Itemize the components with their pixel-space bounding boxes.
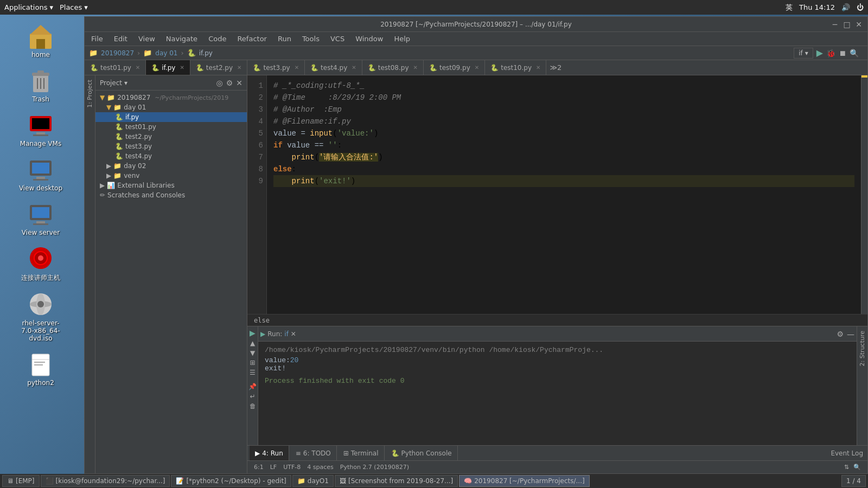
- close-tab-test2[interactable]: ✕: [237, 65, 241, 70]
- structure-sidebar[interactable]: 2: Structure: [857, 326, 867, 445]
- search-button[interactable]: 🔍: [850, 49, 859, 57]
- minimize-button[interactable]: ─: [831, 20, 839, 29]
- run-settings-icon[interactable]: ⚙: [837, 330, 844, 338]
- maximize-button[interactable]: □: [843, 20, 851, 29]
- menu-refactor[interactable]: Refactor: [235, 34, 269, 44]
- settings-icon[interactable]: ⚙: [226, 79, 233, 87]
- stop-button[interactable]: ⏹: [839, 49, 846, 57]
- tab-test01[interactable]: 🐍 test01.py ✕: [85, 60, 146, 75]
- breadcrumb-day01[interactable]: day 01: [155, 49, 177, 57]
- tree-test3[interactable]: 🐍 test3.py: [95, 142, 247, 151]
- close-panel-icon[interactable]: ✕: [236, 79, 242, 87]
- language-indicator[interactable]: 英: [786, 3, 793, 12]
- tab-test08[interactable]: 🐍 test08.py ✕: [362, 60, 424, 75]
- desktop-icon-view-desktop[interactable]: View desktop: [14, 154, 68, 194]
- tree-test4[interactable]: 🐍 test4.py: [95, 151, 247, 161]
- code-editor[interactable]: 12345 6789 # _*_coding:utf-8_*_ # @Time …: [247, 75, 867, 326]
- tree-test2[interactable]: 🐍 test2.py: [95, 132, 247, 142]
- run-list-button[interactable]: ☰: [250, 369, 256, 376]
- project-dropdown-arrow[interactable]: ▾: [124, 79, 127, 87]
- desktop-icon-trash[interactable]: Trash: [14, 65, 68, 105]
- tree-day02[interactable]: ▶ 📁 day 02: [95, 161, 247, 171]
- desktop-icon-connect-teacher[interactable]: 连接讲师主机: [14, 243, 68, 285]
- run-wrap-button[interactable]: ↵: [250, 393, 255, 400]
- tab-run[interactable]: ▶ 4: Run: [250, 446, 289, 461]
- run-config-label[interactable]: if: [284, 330, 289, 338]
- desktop-icon-manage-vms[interactable]: Manage VMs: [14, 110, 68, 150]
- run-pin-button[interactable]: 📌: [248, 383, 257, 390]
- tree-if-py[interactable]: 🐍 if.py: [95, 112, 247, 122]
- debug-button[interactable]: 🐞: [826, 49, 835, 57]
- status-git-icon[interactable]: ⇅: [844, 464, 849, 471]
- code-content[interactable]: # _*_coding:utf-8_*_ # @Time :8/29/19 2:…: [267, 75, 861, 314]
- menu-window[interactable]: Window: [353, 34, 385, 44]
- run-minimize-icon[interactable]: —: [847, 330, 854, 338]
- close-tab-test10[interactable]: ✕: [536, 65, 540, 70]
- tab-test4[interactable]: 🐍 test4.py ✕: [305, 60, 362, 75]
- status-inspect-icon[interactable]: 🔍: [853, 464, 861, 471]
- taskbar-screenshot[interactable]: 🖼 [Screenshot from 2019-08-27...]: [335, 475, 458, 487]
- tree-venv[interactable]: ▶ 📁 venv: [95, 171, 247, 181]
- tab-test09[interactable]: 🐍 test09.py ✕: [424, 60, 485, 75]
- menu-code[interactable]: Code: [206, 34, 228, 44]
- tree-scratches[interactable]: ✏ Scratches and Consoles: [95, 190, 247, 200]
- close-tab-test3[interactable]: ✕: [295, 65, 299, 70]
- close-run-tab[interactable]: ✕: [291, 330, 296, 338]
- tab-if-py[interactable]: 🐍 if.py ✕: [146, 60, 190, 75]
- breadcrumb-file[interactable]: if.py: [199, 49, 213, 57]
- event-log-link[interactable]: Event Log: [831, 450, 863, 457]
- tree-ext-libs[interactable]: ▶ 📊 External Libraries: [95, 181, 247, 190]
- editor-content[interactable]: 12345 6789 # _*_coding:utf-8_*_ # @Time …: [247, 75, 867, 314]
- menu-help[interactable]: Help: [392, 34, 412, 44]
- more-tabs[interactable]: ≫2: [546, 63, 565, 72]
- project-sidebar-tab[interactable]: 1: Project: [85, 75, 95, 473]
- taskbar-day01[interactable]: 📁 dayO1: [292, 475, 334, 487]
- run-button[interactable]: ▶: [816, 48, 823, 58]
- close-button[interactable]: ✕: [854, 20, 863, 29]
- menu-edit[interactable]: Edit: [112, 34, 130, 44]
- applications-menu[interactable]: Applications ▾: [4, 3, 53, 11]
- menu-tools[interactable]: Tools: [300, 34, 322, 44]
- close-tab-test09[interactable]: ✕: [475, 65, 479, 70]
- taskbar-python2-gedit[interactable]: 📝 [*python2 (~/Desktop) - gedit]: [171, 475, 291, 487]
- run-config-selector[interactable]: if ▾: [794, 48, 813, 59]
- taskbar-page-indicator[interactable]: 1 / 4: [841, 475, 866, 487]
- if-py-label: if.py: [125, 113, 139, 121]
- volume-icon[interactable]: 🔊: [841, 3, 850, 11]
- tab-terminal[interactable]: ⊞ Terminal: [338, 446, 385, 461]
- run-grid-button[interactable]: ⊞: [250, 359, 255, 367]
- run-play-button[interactable]: ▶: [250, 329, 256, 337]
- tab-test3[interactable]: 🐍 test3.py ✕: [247, 60, 305, 75]
- menu-file[interactable]: File: [89, 34, 105, 44]
- desktop-icon-rhel[interactable]: rhel-server-7.0-x86_64-dvd.iso: [14, 289, 68, 344]
- run-down-button[interactable]: ▼: [250, 349, 255, 357]
- venv-folder-icon: 📁: [113, 172, 122, 179]
- taskbar-kiosk-pycharm[interactable]: ⬛ [kiosk@foundation29:~/pychar...]: [41, 475, 170, 487]
- locate-icon[interactable]: ◎: [216, 79, 222, 87]
- places-menu[interactable]: Places ▾: [60, 3, 88, 11]
- tree-root[interactable]: ▼ 📁 20190827 ~/PycharmProjects/2019: [95, 93, 247, 102]
- close-tab-test4[interactable]: ✕: [352, 65, 356, 70]
- run-up-button[interactable]: ▲: [250, 339, 255, 347]
- tree-test01[interactable]: 🐍 test01.py: [95, 122, 247, 132]
- close-tab-if[interactable]: ✕: [180, 65, 184, 70]
- taskbar-pycharm-main[interactable]: 🧠 20190827 [~/PycharmProjects/...]: [459, 475, 589, 487]
- tab-todo[interactable]: ≡ 6: TODO: [290, 446, 337, 461]
- tab-test10[interactable]: 🐍 test10.py ✕: [485, 60, 546, 75]
- desktop-icon-home[interactable]: home: [14, 21, 68, 61]
- menu-vcs[interactable]: VCS: [328, 34, 347, 44]
- tab-test2[interactable]: 🐍 test2.py ✕: [190, 60, 248, 75]
- menu-run[interactable]: Run: [276, 34, 293, 44]
- desktop-icon-python2[interactable]: python2: [14, 349, 68, 389]
- power-icon[interactable]: ⏻: [857, 3, 864, 11]
- desktop-icon-view-server[interactable]: View server: [14, 198, 68, 239]
- menu-view[interactable]: View: [136, 34, 157, 44]
- run-trash-button[interactable]: 🗑: [250, 402, 256, 410]
- close-tab-test01[interactable]: ✕: [136, 65, 140, 70]
- taskbar-emp[interactable]: 🖥 [EMP]: [2, 475, 40, 487]
- menu-navigate[interactable]: Navigate: [164, 34, 200, 44]
- tab-python-console[interactable]: 🐍 Python Console: [386, 446, 458, 461]
- breadcrumb-root[interactable]: 20190827: [101, 49, 134, 57]
- tree-day01[interactable]: ▼ 📁 day 01: [95, 102, 247, 112]
- close-tab-test08[interactable]: ✕: [413, 65, 418, 70]
